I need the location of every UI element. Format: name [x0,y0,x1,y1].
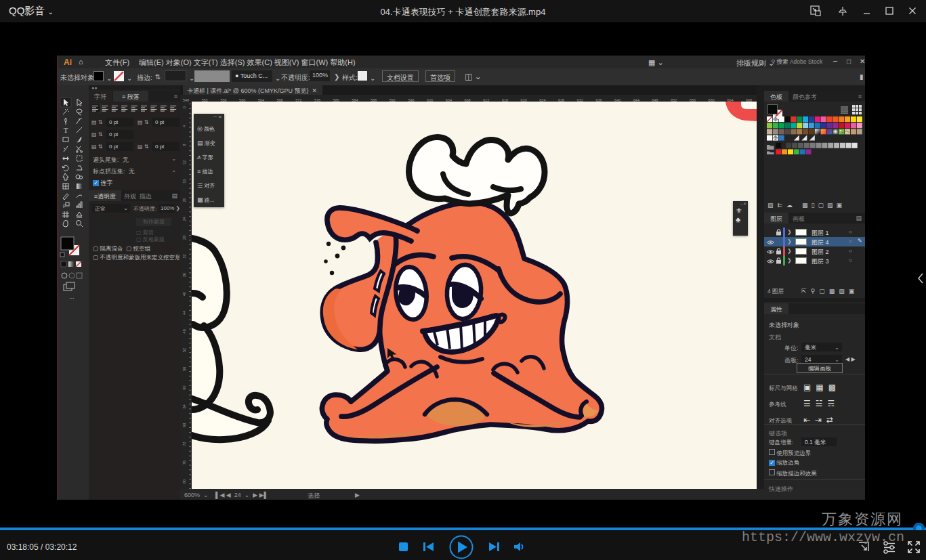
svg-text:16: 16 [182,179,186,184]
svg-text:40: 40 [182,292,186,296]
svg-text:20: 20 [182,198,186,202]
svg-text:0: 0 [182,106,186,108]
svg-text:72: 72 [182,441,186,446]
svg-text:8: 8 [182,144,186,146]
svg-text:76: 76 [182,460,186,465]
svg-text:56: 56 [182,367,186,371]
svg-text:28: 28 [182,236,186,240]
svg-text:60: 60 [182,385,186,389]
svg-text:4: 4 [182,125,186,127]
svg-text:...: ... [69,293,75,300]
svg-text:36: 36 [182,273,186,277]
svg-text:44: 44 [182,311,186,315]
svg-text:48: 48 [182,329,186,333]
svg-text:24: 24 [182,217,186,221]
svg-text:32: 32 [182,254,186,258]
svg-text:52: 52 [182,348,186,352]
svg-text:68: 68 [182,423,186,427]
svg-text:64: 64 [182,404,186,408]
svg-text:12: 12 [182,160,186,165]
svg-text:80: 80 [182,479,186,483]
svg-text:T: T [64,126,68,134]
